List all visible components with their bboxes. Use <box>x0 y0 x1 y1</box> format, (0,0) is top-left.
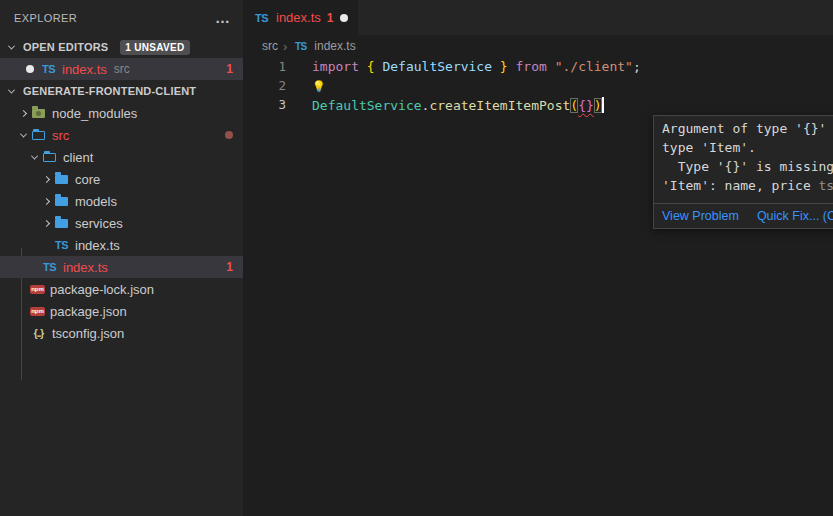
chevron-down-icon[interactable] <box>4 40 18 54</box>
code-line-1[interactable]: 1 import { DefaultService } from "./clie… <box>243 57 833 76</box>
npm-file-icon <box>30 307 45 316</box>
tree-item-client[interactable]: client <box>0 146 243 168</box>
chevron-placeholder <box>16 282 30 296</box>
tree-item-package-json[interactable]: package.json <box>0 300 243 322</box>
more-actions-icon[interactable] <box>215 13 231 23</box>
error-squiggle: {} <box>578 98 594 113</box>
tree-item-core[interactable]: core <box>0 168 243 190</box>
quick-fix-link[interactable]: Quick Fix... (Ctrl+.) <box>757 209 833 223</box>
file-label: models <box>75 194 117 209</box>
explorer-sidebar: EXPLORER OPEN EDITORS 1 UNSAVED index.ts… <box>0 0 243 516</box>
open-editor-folder-label: src <box>114 62 130 76</box>
text-cursor <box>602 97 604 113</box>
modified-dot-icon[interactable] <box>26 65 34 73</box>
line-number: 3 <box>243 97 296 112</box>
chevron-right-icon[interactable] <box>39 194 53 208</box>
lightbulb-icon[interactable] <box>312 80 326 93</box>
open-folder-icon <box>41 149 58 165</box>
file-label: index.ts <box>63 260 108 275</box>
chevron-placeholder <box>16 326 30 340</box>
tree-item-src[interactable]: src <box>0 124 243 146</box>
chevron-right-icon[interactable] <box>39 216 53 230</box>
open-editor-file-label: index.ts <box>62 62 107 77</box>
editor-area: index.ts 1 src › index.ts 1 import { Def… <box>243 0 833 516</box>
typescript-file-icon <box>40 61 57 77</box>
breadcrumb: src › index.ts <box>243 35 833 57</box>
tree-item-tsconfig-json[interactable]: tsconfig.json <box>0 322 243 344</box>
tree-item-node-modules[interactable]: node_modules <box>0 102 243 124</box>
tree-item-services[interactable]: services <box>0 212 243 234</box>
row-decorations <box>225 131 233 139</box>
node-modules-folder-icon <box>30 105 47 121</box>
workspace-name-label: GENERATE-FRONTEND-CLIENT <box>23 85 196 97</box>
error-message: Argument of type '{}' is not assignable … <box>654 116 833 203</box>
file-label: node_modules <box>52 106 137 121</box>
error-message-line: Type '{}' is missing the following prope… <box>662 159 833 178</box>
hover-actions: View Problem Quick Fix... (Ctrl+.) <box>654 203 833 228</box>
open-editors-section[interactable]: OPEN EDITORS 1 UNSAVED <box>0 36 243 58</box>
file-label: services <box>75 216 123 231</box>
file-label: core <box>75 172 100 187</box>
open-editor-item-index-ts[interactable]: index.ts src 1 <box>0 58 243 80</box>
explorer-title: EXPLORER <box>14 12 77 24</box>
error-count-badge: 1 <box>226 260 233 274</box>
chevron-placeholder <box>27 260 41 274</box>
row-decorations: 1 <box>226 260 233 274</box>
folder-icon <box>53 215 70 231</box>
folder-icon <box>53 171 70 187</box>
tab-bar: index.ts 1 <box>243 0 833 35</box>
typescript-file-icon <box>292 38 309 54</box>
code-text: DefaultService.createItemItemPost({}) <box>296 97 604 113</box>
file-tree: node_modulessrcclientcoremodelsservicesi… <box>0 102 243 344</box>
error-code: ts(2345) <box>819 178 833 193</box>
tab-error-count: 1 <box>327 11 334 25</box>
file-label: package-lock.json <box>50 282 154 297</box>
error-message-line: 'Item': name, price ts(2345) <box>662 178 833 197</box>
chevron-down-icon[interactable] <box>4 84 18 98</box>
tree-item-index-ts[interactable]: index.ts1 <box>0 256 243 278</box>
line-number: 2 <box>243 78 296 93</box>
chevron-down-icon[interactable] <box>16 128 30 142</box>
view-problem-link[interactable]: View Problem <box>662 209 739 223</box>
typescript-file-icon <box>53 237 70 253</box>
line-number: 1 <box>243 59 296 74</box>
folder-icon <box>53 193 70 209</box>
file-label: package.json <box>50 304 127 319</box>
file-label: tsconfig.json <box>52 326 124 341</box>
error-hover-tooltip: Argument of type '{}' is not assignable … <box>653 115 833 229</box>
error-count-badge: 1 <box>226 62 233 76</box>
error-message-line: Argument of type '{}' is not assignable … <box>662 121 833 140</box>
code-text: import { DefaultService } from "./client… <box>296 59 641 74</box>
chevron-placeholder <box>39 238 53 252</box>
chevron-placeholder <box>16 304 30 318</box>
tree-item-models[interactable]: models <box>0 190 243 212</box>
breadcrumb-separator-icon: › <box>283 39 287 54</box>
chevron-down-icon[interactable] <box>27 150 41 164</box>
file-label: index.ts <box>75 238 120 253</box>
json-file-icon <box>30 325 47 341</box>
chevron-right-icon[interactable] <box>39 172 53 186</box>
file-label: client <box>63 150 93 165</box>
explorer-header: EXPLORER <box>0 0 243 36</box>
typescript-file-icon <box>253 10 270 26</box>
chevron-right-icon[interactable] <box>16 106 30 120</box>
vscode-window: { "sidebar": { "header": { "title": "EXP… <box>0 0 833 516</box>
file-label: src <box>52 128 69 143</box>
open-editors-label: OPEN EDITORS <box>23 41 108 53</box>
breadcrumb-file[interactable]: index.ts <box>314 39 355 53</box>
workspace-section-header[interactable]: GENERATE-FRONTEND-CLIENT <box>0 80 243 102</box>
code-editor: 1 import { DefaultService } from "./clie… <box>243 57 833 114</box>
unsaved-dot-icon[interactable] <box>340 14 348 22</box>
tree-item-index-ts[interactable]: index.ts <box>0 234 243 256</box>
tab-title: index.ts <box>276 10 321 25</box>
breadcrumb-folder[interactable]: src <box>262 39 278 53</box>
code-line-3[interactable]: 3 DefaultService.createItemItemPost({}) <box>243 95 833 114</box>
npm-file-icon <box>30 285 45 294</box>
tab-index-ts[interactable]: index.ts 1 <box>243 0 358 35</box>
code-line-2[interactable]: 2 <box>243 76 833 95</box>
tree-item-package-lock-json[interactable]: package-lock.json <box>0 278 243 300</box>
modified-dot-icon <box>225 131 233 139</box>
unsaved-badge: 1 UNSAVED <box>120 40 189 55</box>
error-message-line: type 'Item'. <box>662 140 833 159</box>
open-folder-icon <box>30 127 47 143</box>
